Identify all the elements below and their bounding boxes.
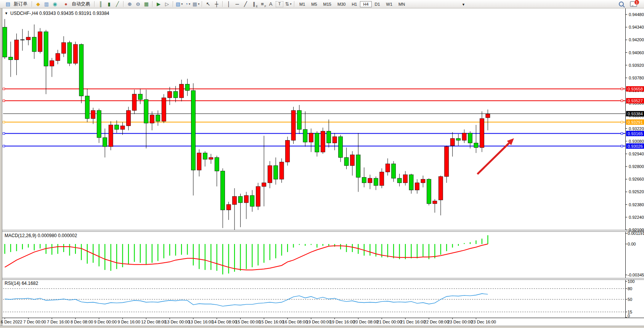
- text-label-icon[interactable]: T: [276, 1, 283, 7]
- toolbar-overflow-icon[interactable]: ▼: [462, 3, 465, 6]
- timeframe-w1[interactable]: W1: [383, 1, 396, 7]
- svg-text:7 Dec 00:00: 7 Dec 00:00: [23, 320, 46, 324]
- timeframe-m1[interactable]: M1: [296, 1, 308, 7]
- toolbar: ▤新订单◆▥◉●自动交易║▮╱⊕⊖▦▶▷▧▾◔▾▩▾↖┼│─╱∥E≡FAT⇅▾M…: [0, 0, 644, 8]
- toolbar-separator: [152, 1, 153, 7]
- vertical-line-icon-glyph: │: [227, 2, 230, 6]
- candle[interactable]: [109, 121, 113, 150]
- svg-text:0.94060: 0.94060: [629, 50, 644, 55]
- chevron-down-icon[interactable]: ▾: [181, 3, 183, 6]
- svg-text:16 Dec 08:00: 16 Dec 08:00: [283, 320, 307, 324]
- svg-text:0.92520: 0.92520: [629, 189, 644, 194]
- svg-text:0.93658: 0.93658: [628, 87, 643, 91]
- horizontal-line-icon[interactable]: ─: [233, 1, 241, 8]
- styler-icon-glyph: ◆: [36, 2, 40, 6]
- timeframe-d1[interactable]: D1: [372, 1, 383, 7]
- crosshair-icon[interactable]: ┼: [212, 1, 221, 8]
- candle[interactable]: [286, 137, 290, 166]
- line-anchor: [3, 132, 5, 134]
- tile-windows-icon[interactable]: ▦: [142, 1, 151, 8]
- svg-text:20 Dec 08:00: 20 Dec 08:00: [353, 320, 378, 324]
- svg-text:0.93384: 0.93384: [628, 111, 643, 116]
- candle[interactable]: [427, 178, 431, 205]
- zoom-out-icon-glyph: ⊖: [136, 2, 140, 6]
- chevron-down-icon[interactable]: ▾: [198, 3, 199, 6]
- line-anchor: [621, 88, 623, 90]
- timeframe-m5[interactable]: M5: [308, 1, 320, 7]
- svg-text:8 Dec 08:00: 8 Dec 08:00: [71, 320, 93, 324]
- timeframe-m30[interactable]: M30: [334, 1, 348, 7]
- trendline-icon[interactable]: ╱: [241, 1, 250, 8]
- line-anchor: [621, 100, 623, 102]
- autotrading-button[interactable]: ●自动交易: [59, 0, 93, 8]
- signals-icon[interactable]: ◉: [51, 1, 59, 8]
- svg-text:0.92240: 0.92240: [629, 215, 644, 220]
- candle[interactable]: [321, 128, 325, 154]
- candle[interactable]: [79, 44, 84, 103]
- timeframe-h1[interactable]: H1: [348, 1, 360, 7]
- candle[interactable]: [67, 41, 72, 66]
- svg-text:0.94200: 0.94200: [629, 37, 644, 42]
- chart-shift-icon[interactable]: ▷: [163, 1, 171, 8]
- current-price-line-label: 0.93384: [626, 111, 644, 116]
- line-anchor: [3, 121, 5, 123]
- svg-text:19 Dec 00:00: 19 Dec 00:00: [306, 320, 331, 324]
- svg-text:50: 50: [628, 297, 632, 302]
- chart-canvas[interactable]: 0.944800.943400.942000.940600.939200.937…: [0, 0, 644, 328]
- template-icon[interactable]: ▩▾: [192, 1, 200, 8]
- line-anchor: [3, 88, 5, 90]
- candle[interactable]: [256, 183, 260, 210]
- panel-splitter[interactable]: [2, 278, 644, 280]
- add-indicator-icon[interactable]: ▧▾: [175, 1, 183, 8]
- fibonacci-icon[interactable]: ≡F: [258, 1, 267, 8]
- period-icon[interactable]: ◔▾: [183, 1, 192, 8]
- support-line-1-label: 0.93165: [626, 131, 644, 136]
- svg-text:0.93026: 0.93026: [628, 144, 643, 149]
- toolbar-separator: [173, 1, 173, 7]
- arrows-icon[interactable]: ⇅▾: [284, 1, 292, 8]
- pivot-line-orange-label: 0.93291: [626, 120, 644, 125]
- zoom-in-icon[interactable]: ⊕: [125, 1, 134, 8]
- tile-windows-icon-glyph: ▦: [144, 2, 149, 6]
- chevron-down-icon[interactable]: ▾: [290, 3, 291, 6]
- zoom-out-icon[interactable]: ⊖: [134, 1, 142, 8]
- period-icon-glyph: ◔: [185, 2, 188, 6]
- candle[interactable]: [73, 42, 77, 65]
- resistance-line-1-label: 0.93658: [626, 86, 644, 92]
- notification-badge: 1: [634, 0, 639, 5]
- cursor-icon[interactable]: ↖: [204, 1, 212, 8]
- timeframe-m15[interactable]: M15: [320, 1, 334, 7]
- timeframe-mn[interactable]: MN: [395, 1, 408, 7]
- chevron-down-icon[interactable]: ▾: [189, 3, 190, 6]
- autotrading-icon: ●: [62, 1, 70, 8]
- text-icon[interactable]: A: [267, 1, 275, 8]
- svg-text:13 Dec 00:00: 13 Dec 00:00: [165, 320, 190, 324]
- styler-icon[interactable]: ◆: [34, 1, 42, 8]
- rsi-label: RSI(14) 64.1682: [5, 281, 38, 286]
- auto-scroll-icon[interactable]: ▶: [154, 1, 163, 8]
- svg-text:12 Dec 08:00: 12 Dec 08:00: [141, 320, 166, 324]
- vertical-line-icon[interactable]: │: [225, 1, 233, 8]
- new-order-button[interactable]: ▤新订单: [1, 0, 30, 8]
- svg-text:0.93527: 0.93527: [628, 99, 643, 103]
- search-icon[interactable]: [619, 2, 624, 6]
- toolbar-separator: [222, 1, 223, 7]
- trendline-icon-glyph: ╱: [244, 2, 247, 6]
- candlestick-chart-icon[interactable]: ▮: [105, 1, 113, 8]
- notifications-icon[interactable]: 1: [630, 1, 637, 7]
- candle[interactable]: [38, 28, 42, 53]
- svg-text:15 Dec 00:00: 15 Dec 00:00: [236, 320, 260, 324]
- equidistant-channel-icon[interactable]: ∥E: [250, 1, 258, 8]
- candle[interactable]: [291, 107, 296, 144]
- candle[interactable]: [162, 94, 166, 123]
- bar-chart-icon[interactable]: ║: [96, 1, 105, 8]
- svg-text:15 Dec 16:00: 15 Dec 16:00: [259, 320, 284, 324]
- navigator-icon[interactable]: ▥: [42, 1, 51, 8]
- candle[interactable]: [279, 158, 284, 183]
- toolbar-right-group: 1: [619, 1, 637, 7]
- timeframe-h4[interactable]: H4: [360, 1, 371, 7]
- svg-text:21 Dec 00:00: 21 Dec 00:00: [377, 320, 401, 324]
- line-chart-icon-glyph: ╱: [116, 2, 119, 6]
- line-chart-icon[interactable]: ╱: [113, 1, 122, 8]
- panel-splitter[interactable]: [2, 230, 644, 232]
